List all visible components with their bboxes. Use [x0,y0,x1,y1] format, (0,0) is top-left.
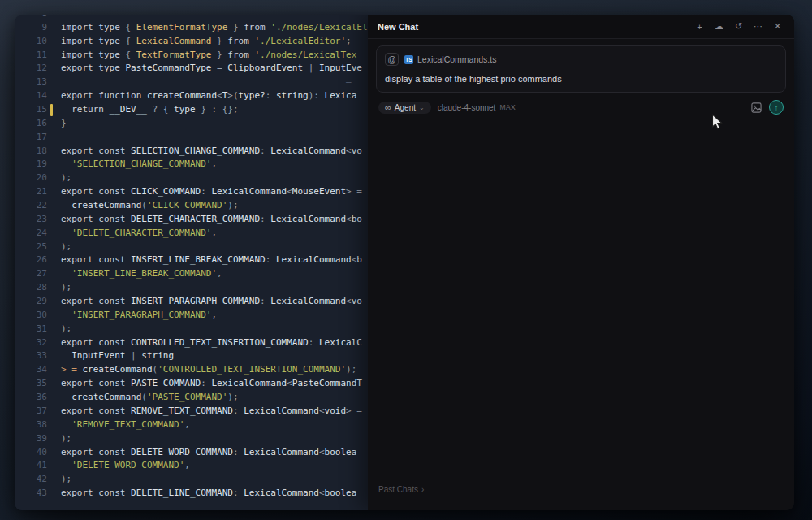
max-badge: MAX [499,103,516,111]
image-icon [751,102,762,113]
code-text: export const PASTE_COMMAND: LexicalComma… [61,377,368,391]
code-line[interactable]: 14export function createCommand<T>(type?… [15,89,368,103]
code-line[interactable]: 27 'INSERT_LINE_BREAK_COMMAND', [15,267,368,281]
code-line[interactable]: 35export const PASTE_COMMAND: LexicalCom… [15,377,368,391]
line-number[interactable]: 8 [15,15,47,21]
line-number[interactable]: 20 [15,171,47,185]
code-line[interactable]: 21export const CLICK_COMMAND: LexicalCom… [15,185,368,199]
line-number[interactable]: 16 [15,117,47,131]
line-number[interactable]: 36 [15,391,47,405]
history-icon[interactable]: ↺ [732,20,745,33]
code-line[interactable]: 26export const INSERT_LINE_BREAK_COMMAND… [15,254,368,267]
send-button[interactable]: ↑ [769,100,784,115]
line-number[interactable]: 32 [15,336,47,350]
past-chats-link[interactable]: Past Chats › [378,485,424,494]
code-line[interactable]: 10import type { LexicalCommand } from '.… [15,35,368,49]
line-number[interactable]: 14 [15,89,47,103]
code-text: 'INSERT_LINE_BREAK_COMMAND', [61,267,368,281]
more-icon[interactable]: ⋯ [751,20,765,33]
line-number[interactable]: 37 [15,405,47,418]
code-line[interactable]: 28); [15,281,368,295]
line-number[interactable]: 39 [15,432,47,446]
line-number[interactable]: 25 [15,240,47,254]
line-number[interactable]: 24 [15,227,47,240]
cloud-icon[interactable]: ☁ [712,20,726,33]
add-context-button[interactable]: @ [385,53,399,66]
code-line[interactable]: 19 'SELECTION_CHANGE_COMMAND', [15,158,368,171]
line-number[interactable]: 13 [15,76,47,89]
app-window: 89import type { ElementFormatType } from… [15,15,794,510]
code-line[interactable]: 15 return __DEV__ ? { type } : {}; [15,103,368,117]
line-number[interactable]: 22 [15,199,47,213]
line-number[interactable]: 40 [15,446,47,460]
editor-pane[interactable]: 89import type { ElementFormatType } from… [15,15,368,510]
code-text: ); [61,323,368,336]
code-line[interactable]: 40export const DELETE_WORD_COMMAND: Lexi… [15,446,368,460]
line-number[interactable]: 23 [15,213,47,227]
agent-mode-selector[interactable]: ∞ Agent ⌄ [378,102,431,114]
code-line[interactable]: 23export const DELETE_CHARACTER_COMMAND:… [15,213,368,227]
line-number[interactable]: 41 [15,459,47,473]
line-number[interactable]: 9 [15,21,47,35]
code-line[interactable]: 24 'DELETE_CHARACTER_COMMAND', [15,227,368,240]
code-line[interactable]: 12export type PasteCommandType = Clipboa… [15,62,368,76]
attach-image-button[interactable] [749,101,762,114]
gutter-change-marker [47,103,61,117]
line-number[interactable]: 18 [15,145,47,158]
line-number[interactable]: 38 [15,418,47,432]
code-area[interactable]: 89import type { ElementFormatType } from… [15,15,368,500]
line-number[interactable]: 42 [15,473,47,487]
code-line[interactable]: 29export const INSERT_PARAGRAPH_COMMAND:… [15,295,368,309]
code-line[interactable]: 39); [15,432,368,446]
code-line[interactable]: 34> = createCommand('CONTROLLED_TEXT_INS… [15,363,368,377]
line-number[interactable]: 28 [15,281,47,295]
code-line[interactable]: 38 'REMOVE_TEXT_COMMAND', [15,418,368,432]
code-line[interactable]: 33 InputEvent | string [15,349,368,363]
code-line[interactable]: 8 [15,15,368,21]
add-chat-icon[interactable]: + [693,20,706,33]
code-text: ); [61,473,368,487]
context-file-chip[interactable]: TS LexicalCommands.ts [404,54,496,64]
agent-mode-label: Agent [395,103,416,112]
line-number[interactable]: 34 [15,363,47,377]
gutter [47,213,61,227]
line-number[interactable]: 10 [15,35,47,49]
line-number[interactable]: 17 [15,131,47,145]
code-line[interactable]: 36 createCommand('PASTE_COMMAND'); [15,391,368,405]
line-number[interactable]: 43 [15,487,47,500]
code-line[interactable]: 41 'DELETE_WORD_COMMAND', [15,459,368,473]
line-number[interactable]: 29 [15,295,47,309]
code-line[interactable]: 13 — [15,76,368,89]
code-line[interactable]: 25); [15,240,368,254]
line-number[interactable]: 31 [15,323,47,336]
line-number[interactable]: 33 [15,349,47,363]
model-selector[interactable]: claude-4-sonnet MAX [438,103,516,112]
line-number[interactable]: 15 [15,103,47,117]
line-number[interactable]: 19 [15,158,47,171]
code-line[interactable]: 17 [15,131,368,145]
context-row: @ TS LexicalCommands.ts [385,53,777,66]
line-number[interactable]: 21 [15,185,47,199]
code-line[interactable]: 11import type { TextFormatType } from '.… [15,49,368,63]
code-line[interactable]: 42); [15,473,368,487]
code-line[interactable]: 9import type { ElementFormatType } from … [15,21,368,35]
line-number[interactable]: 11 [15,49,47,63]
code-line[interactable]: 32export const CONTROLLED_TEXT_INSERTION… [15,336,368,350]
code-line[interactable]: 16} [15,117,368,131]
code-line[interactable]: 37export const REMOVE_TEXT_COMMAND: Lexi… [15,405,368,418]
gutter [47,15,61,21]
line-number[interactable]: 12 [15,62,47,76]
code-line[interactable]: 31); [15,323,368,336]
gutter [47,89,61,103]
close-icon[interactable]: ✕ [771,20,784,33]
code-line[interactable]: 22 createCommand('CLICK_COMMAND'); [15,199,368,213]
line-number[interactable]: 30 [15,309,47,323]
gutter [47,240,61,254]
code-line[interactable]: 30 'INSERT_PARAGRAPH_COMMAND', [15,309,368,323]
line-number[interactable]: 35 [15,377,47,391]
code-line[interactable]: 43export const DELETE_LINE_COMMAND: Lexi… [15,487,368,500]
code-line[interactable]: 18export const SELECTION_CHANGE_COMMAND:… [15,145,368,158]
code-line[interactable]: 20); [15,171,368,185]
line-number[interactable]: 27 [15,267,47,281]
line-number[interactable]: 26 [15,254,47,267]
